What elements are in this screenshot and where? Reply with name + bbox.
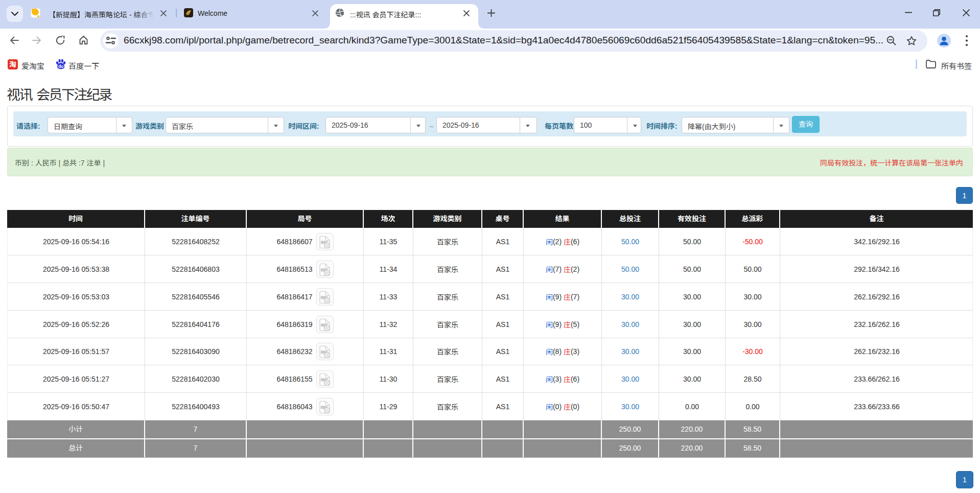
- svg-text:du: du: [58, 64, 63, 69]
